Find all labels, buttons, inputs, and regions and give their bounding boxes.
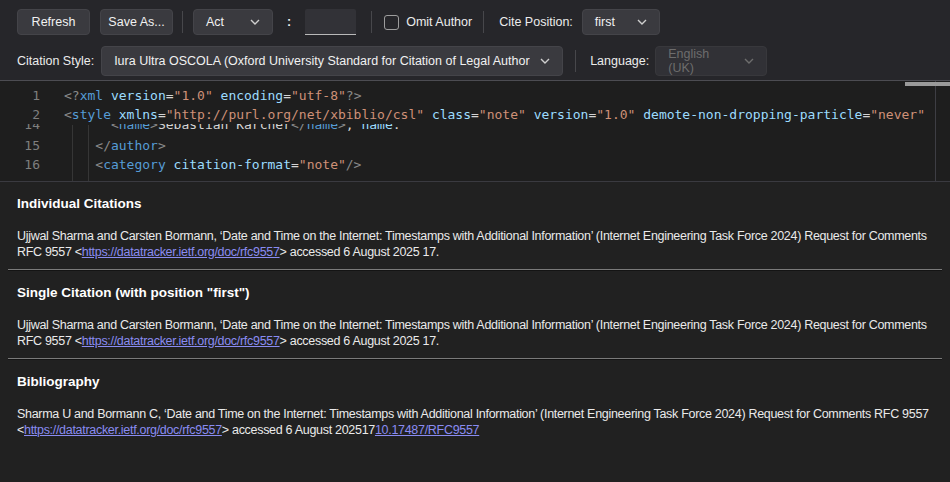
citation-output: Ujjwal Sharma and Carsten Bormann, ‘Date… — [17, 228, 933, 260]
locator-input[interactable] — [305, 9, 356, 35]
save-as-button[interactable]: Save As... — [100, 9, 173, 35]
language-dropdown[interactable]: English (UK) — [655, 46, 767, 76]
line-number: 15 — [0, 136, 40, 155]
toolbar-divider — [182, 11, 183, 33]
omit-author-label: Omit Author — [406, 15, 472, 29]
citation-text: > accessed 6 August 202517 — [222, 423, 375, 437]
section-heading: Bibliography — [17, 374, 933, 389]
citation-link[interactable]: https://datatracker.ietf.org/doc/rfc9557 — [24, 423, 222, 437]
citation-link[interactable]: https://datatracker.ietf.org/doc/rfc9557 — [82, 245, 280, 259]
act-dropdown[interactable]: Act — [193, 9, 273, 35]
citation-style-dropdown[interactable]: Iura Ultra OSCOLA (Oxford University Sta… — [101, 46, 563, 76]
cite-position-value: first — [595, 15, 615, 29]
editor-scrollbar-thumb[interactable] — [905, 82, 950, 86]
refresh-button[interactable]: Refresh — [17, 9, 90, 35]
section-heading: Individual Citations — [17, 196, 933, 211]
line-number: 1 — [0, 86, 40, 105]
editor-ruler — [935, 81, 936, 181]
code-line: 2<style xmlns="http://purl.org/net/xbibl… — [0, 105, 950, 124]
citation-link[interactable]: 10.17487/RFC9557 — [375, 423, 479, 437]
toolbar-divider — [575, 50, 576, 72]
bibliography-section: Bibliography Sharma U and Bormann C, ‘Da… — [17, 374, 933, 438]
cite-position-label: Cite Position: — [499, 15, 573, 29]
code-line: 14 <name>Sebastian Karcher</name>, name: — [0, 124, 950, 136]
locator-colon-label: : — [287, 15, 291, 29]
citation-text: > accessed 6 August 2025 17. — [280, 245, 439, 259]
citation-output: Sharma U and Bormann C, ‘Date and Time o… — [17, 406, 933, 438]
omit-author-checkbox[interactable] — [384, 15, 399, 30]
section-divider — [8, 358, 942, 360]
chevron-down-icon — [637, 19, 647, 25]
line-number: 14 — [0, 124, 40, 134]
single-citation-section: Single Citation (with position "first") … — [17, 285, 933, 349]
toolbar-divider — [483, 11, 484, 33]
cite-position-dropdown[interactable]: first — [582, 9, 660, 35]
line-number: 16 — [0, 155, 40, 174]
code-lines: 1<?xml version="1.0" encoding="utf-8"?>2… — [0, 81, 950, 174]
toolbar-divider — [371, 11, 372, 33]
line-number: 2 — [0, 105, 40, 124]
citation-style-label: Citation Style: — [17, 54, 94, 68]
language-value: English (UK) — [668, 47, 734, 75]
indent-guide — [72, 125, 73, 181]
toolbar-row-2: Citation Style: Iura Ultra OSCOLA (Oxfor… — [0, 45, 950, 77]
citation-style-value: Iura Ultra OSCOLA (Oxford University Sta… — [114, 54, 530, 68]
citation-output: Ujjwal Sharma and Carsten Bormann, ‘Date… — [17, 317, 933, 349]
individual-citations-section: Individual Citations Ujjwal Sharma and C… — [17, 196, 933, 260]
chevron-down-icon — [744, 58, 754, 64]
indent-guide — [88, 125, 89, 181]
citation-text: > accessed 6 August 2025 17. — [280, 334, 439, 348]
citation-preview: Individual Citations Ujjwal Sharma and C… — [0, 196, 950, 438]
act-dropdown-value: Act — [206, 15, 224, 29]
code-editor[interactable]: 1<?xml version="1.0" encoding="utf-8"?>2… — [0, 80, 950, 182]
code-line: 16 <category citation-format="note"/> — [0, 155, 950, 174]
section-heading: Single Citation (with position "first") — [17, 285, 933, 300]
section-divider — [8, 269, 942, 271]
citation-link[interactable]: https://datatracker.ietf.org/doc/rfc9557 — [82, 334, 280, 348]
chevron-down-icon — [250, 19, 260, 25]
toolbar-row-1: Refresh Save As... Act : Omit Author Cit… — [0, 7, 950, 37]
language-label: Language: — [590, 54, 649, 68]
toolbar-area: Refresh Save As... Act : Omit Author Cit… — [0, 0, 950, 80]
chevron-down-icon — [540, 58, 550, 64]
code-line: 15 </author> — [0, 136, 950, 155]
code-line: 1<?xml version="1.0" encoding="utf-8"?> — [0, 86, 950, 105]
